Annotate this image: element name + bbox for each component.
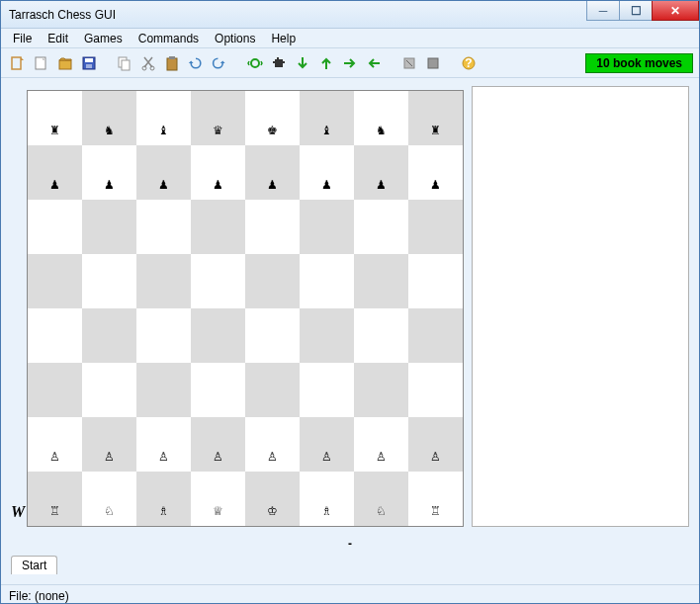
square-2-1[interactable] — [82, 200, 136, 254]
square-2-5[interactable] — [300, 200, 354, 254]
square-0-0[interactable]: ♜ — [28, 91, 82, 145]
piece-p[interactable]: ♟ — [104, 178, 115, 192]
piece-P[interactable]: ♙ — [430, 450, 441, 464]
square-0-2[interactable]: ♝ — [136, 91, 191, 145]
cut-icon[interactable] — [137, 52, 159, 74]
square-3-4[interactable] — [245, 254, 300, 308]
square-6-3[interactable]: ♙ — [191, 417, 245, 472]
square-5-0[interactable] — [28, 363, 82, 417]
piece-B[interactable]: ♗ — [158, 504, 169, 518]
save-as-icon[interactable] — [78, 52, 100, 74]
maximize-button[interactable]: ☐ — [619, 1, 653, 21]
square-1-3[interactable]: ♟ — [191, 145, 245, 200]
menu-help[interactable]: Help — [263, 30, 304, 47]
square-7-7[interactable]: ♖ — [408, 472, 463, 526]
square-1-7[interactable]: ♟ — [408, 145, 463, 200]
square-6-5[interactable]: ♙ — [300, 417, 354, 472]
square-1-5[interactable]: ♟ — [300, 145, 354, 200]
square-4-4[interactable] — [245, 308, 300, 363]
new-game-icon[interactable] — [7, 52, 29, 74]
square-5-1[interactable] — [82, 363, 136, 417]
square-7-0[interactable]: ♖ — [28, 472, 82, 526]
piece-N[interactable]: ♘ — [104, 504, 115, 518]
square-2-7[interactable] — [408, 200, 463, 254]
undo-icon[interactable] — [185, 52, 207, 74]
close-button[interactable]: ✕ — [652, 1, 699, 21]
square-6-6[interactable]: ♙ — [354, 417, 408, 472]
square-7-4[interactable]: ♔ — [245, 472, 300, 526]
square-4-5[interactable] — [300, 308, 354, 363]
swap-icon[interactable] — [422, 52, 444, 74]
square-4-2[interactable] — [136, 308, 191, 363]
piece-p[interactable]: ♟ — [213, 178, 223, 192]
square-1-0[interactable]: ♟ — [28, 145, 82, 200]
moves-panel[interactable] — [472, 86, 689, 527]
piece-n[interactable]: ♞ — [376, 124, 387, 137]
piece-k[interactable]: ♚ — [267, 124, 278, 137]
square-1-2[interactable]: ♟ — [136, 145, 191, 200]
piece-K[interactable]: ♔ — [267, 504, 278, 518]
square-7-5[interactable]: ♗ — [300, 472, 354, 526]
square-7-1[interactable]: ♘ — [82, 472, 136, 526]
piece-B[interactable]: ♗ — [321, 504, 332, 518]
square-7-3[interactable]: ♕ — [191, 472, 245, 526]
square-4-7[interactable] — [408, 308, 463, 363]
arrow-left-icon[interactable] — [363, 52, 385, 74]
square-6-0[interactable]: ♙ — [28, 417, 82, 472]
piece-p[interactable]: ♟ — [430, 178, 441, 192]
square-0-6[interactable]: ♞ — [354, 91, 408, 145]
square-1-6[interactable]: ♟ — [354, 145, 408, 200]
arrow-right-icon[interactable] — [339, 52, 361, 74]
square-4-3[interactable] — [191, 308, 245, 363]
piece-P[interactable]: ♙ — [267, 450, 278, 464]
square-3-1[interactable] — [82, 254, 136, 308]
flip-icon[interactable] — [398, 52, 420, 74]
piece-P[interactable]: ♙ — [213, 450, 223, 464]
square-3-2[interactable] — [136, 254, 191, 308]
piece-P[interactable]: ♙ — [158, 450, 169, 464]
piece-R[interactable]: ♖ — [430, 504, 441, 518]
square-1-4[interactable]: ♟ — [245, 145, 300, 200]
square-0-5[interactable]: ♝ — [300, 91, 354, 145]
piece-n[interactable]: ♞ — [104, 124, 115, 137]
square-2-3[interactable] — [191, 200, 245, 254]
piece-P[interactable]: ♙ — [104, 450, 115, 464]
square-4-0[interactable] — [28, 308, 82, 363]
square-5-3[interactable] — [191, 363, 245, 417]
square-5-7[interactable] — [408, 363, 463, 417]
menu-edit[interactable]: Edit — [40, 30, 76, 47]
square-2-0[interactable] — [28, 200, 82, 254]
square-7-2[interactable]: ♗ — [136, 472, 191, 526]
square-2-2[interactable] — [136, 200, 191, 254]
piece-p[interactable]: ♟ — [321, 178, 332, 192]
square-4-6[interactable] — [354, 308, 408, 363]
engine-icon[interactable] — [244, 52, 266, 74]
square-0-4[interactable]: ♚ — [245, 91, 300, 145]
piece-P[interactable]: ♙ — [49, 450, 60, 464]
redo-icon[interactable] — [209, 52, 230, 74]
piece-p[interactable]: ♟ — [376, 178, 387, 192]
piece-R[interactable]: ♖ — [49, 504, 60, 518]
arrow-down-icon[interactable] — [292, 52, 313, 74]
piece-P[interactable]: ♙ — [376, 450, 387, 464]
square-3-5[interactable] — [300, 254, 354, 308]
square-4-1[interactable] — [82, 308, 136, 363]
square-6-1[interactable]: ♙ — [82, 417, 136, 472]
kibitz-icon[interactable] — [268, 52, 290, 74]
paste-icon[interactable] — [161, 52, 183, 74]
square-7-6[interactable]: ♘ — [354, 472, 408, 526]
square-6-7[interactable]: ♙ — [408, 417, 463, 472]
square-6-2[interactable]: ♙ — [136, 417, 191, 472]
square-2-4[interactable] — [245, 200, 300, 254]
square-0-1[interactable]: ♞ — [82, 91, 136, 145]
piece-b[interactable]: ♝ — [321, 124, 332, 137]
arrow-up-icon[interactable] — [315, 52, 337, 74]
square-3-6[interactable] — [354, 254, 408, 308]
square-3-7[interactable] — [408, 254, 463, 308]
square-5-5[interactable] — [300, 363, 354, 417]
tab-start[interactable]: Start — [11, 556, 57, 574]
square-5-6[interactable] — [354, 363, 408, 417]
square-2-6[interactable] — [354, 200, 408, 254]
piece-p[interactable]: ♟ — [49, 178, 60, 192]
square-5-2[interactable] — [136, 363, 191, 417]
